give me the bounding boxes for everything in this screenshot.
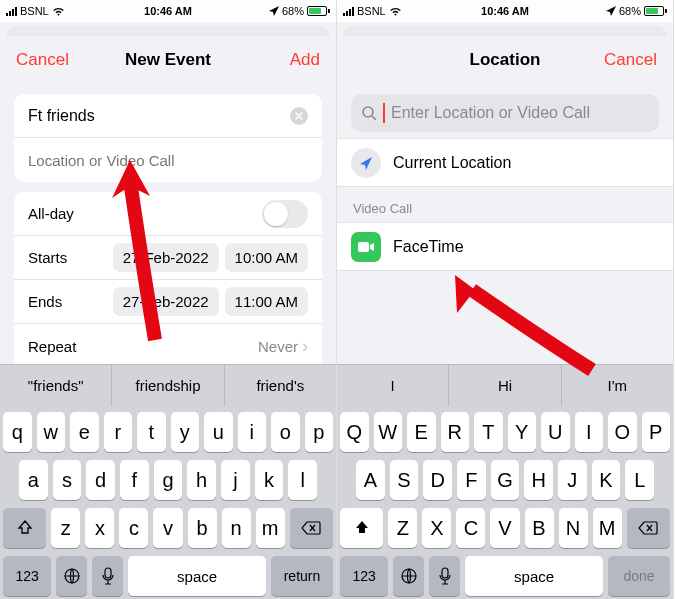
key-a[interactable]: A bbox=[356, 460, 385, 500]
key-w[interactable]: W bbox=[374, 412, 403, 452]
sheet-header: Cancel New Event Add bbox=[0, 36, 336, 84]
key-z[interactable]: Z bbox=[388, 508, 417, 548]
add-button[interactable]: Add bbox=[260, 50, 320, 70]
space-key[interactable]: space bbox=[128, 556, 266, 596]
key-b[interactable]: b bbox=[188, 508, 217, 548]
key-q[interactable]: Q bbox=[340, 412, 369, 452]
key-u[interactable]: u bbox=[204, 412, 233, 452]
battery-pct: 68% bbox=[619, 5, 641, 17]
suggestion-1[interactable]: "friends" bbox=[0, 365, 112, 406]
key-k[interactable]: K bbox=[592, 460, 621, 500]
key-y[interactable]: y bbox=[171, 412, 200, 452]
key-a[interactable]: a bbox=[19, 460, 48, 500]
key-v[interactable]: V bbox=[490, 508, 519, 548]
key-p[interactable]: p bbox=[305, 412, 334, 452]
key-g[interactable]: G bbox=[491, 460, 520, 500]
key-u[interactable]: U bbox=[541, 412, 570, 452]
key-q[interactable]: q bbox=[3, 412, 32, 452]
key-s[interactable]: s bbox=[53, 460, 82, 500]
backspace-key[interactable] bbox=[627, 508, 670, 548]
key-m[interactable]: m bbox=[256, 508, 285, 548]
key-v[interactable]: v bbox=[153, 508, 182, 548]
key-k[interactable]: k bbox=[255, 460, 284, 500]
current-location-label: Current Location bbox=[393, 154, 511, 172]
key-b[interactable]: B bbox=[525, 508, 554, 548]
key-r[interactable]: r bbox=[104, 412, 133, 452]
cancel-button[interactable]: Cancel bbox=[16, 50, 76, 70]
mic-icon bbox=[439, 567, 451, 585]
svg-rect-1 bbox=[105, 568, 111, 578]
key-w[interactable]: w bbox=[37, 412, 66, 452]
mic-key[interactable] bbox=[429, 556, 460, 596]
backspace-icon bbox=[638, 521, 658, 535]
sheet-header: . Location Cancel bbox=[337, 36, 673, 84]
key-c[interactable]: C bbox=[456, 508, 485, 548]
key-l[interactable]: l bbox=[288, 460, 317, 500]
key-x[interactable]: X bbox=[422, 508, 451, 548]
text-caret bbox=[383, 103, 385, 123]
search-icon bbox=[361, 105, 377, 121]
key-e[interactable]: e bbox=[70, 412, 99, 452]
key-g[interactable]: g bbox=[154, 460, 183, 500]
key-x[interactable]: x bbox=[85, 508, 114, 548]
key-i[interactable]: I bbox=[575, 412, 604, 452]
ends-time-button[interactable]: 11:00 AM bbox=[225, 287, 308, 316]
starts-time-button[interactable]: 10:00 AM bbox=[225, 243, 308, 272]
123-key[interactable]: 123 bbox=[340, 556, 388, 596]
key-f[interactable]: F bbox=[457, 460, 486, 500]
key-s[interactable]: S bbox=[390, 460, 419, 500]
svg-point-2 bbox=[363, 107, 373, 117]
shift-key[interactable] bbox=[340, 508, 383, 548]
key-n[interactable]: N bbox=[559, 508, 588, 548]
key-c[interactable]: c bbox=[119, 508, 148, 548]
location-arrow-icon bbox=[269, 6, 279, 16]
key-j[interactable]: j bbox=[221, 460, 250, 500]
backspace-key[interactable] bbox=[290, 508, 333, 548]
suggestion-2[interactable]: friendship bbox=[112, 365, 224, 406]
facetime-label: FaceTime bbox=[393, 238, 464, 256]
key-d[interactable]: d bbox=[86, 460, 115, 500]
key-r[interactable]: R bbox=[441, 412, 470, 452]
key-p[interactable]: P bbox=[642, 412, 671, 452]
key-h[interactable]: H bbox=[524, 460, 553, 500]
key-y[interactable]: Y bbox=[508, 412, 537, 452]
carrier-label: BSNL bbox=[20, 5, 49, 17]
svg-rect-5 bbox=[442, 568, 448, 578]
cancel-button[interactable]: Cancel bbox=[597, 50, 657, 70]
key-f[interactable]: f bbox=[120, 460, 149, 500]
key-o[interactable]: o bbox=[271, 412, 300, 452]
return-key[interactable]: return bbox=[271, 556, 333, 596]
key-l[interactable]: L bbox=[625, 460, 654, 500]
shift-key[interactable] bbox=[3, 508, 46, 548]
mic-icon bbox=[102, 567, 114, 585]
key-t[interactable]: T bbox=[474, 412, 503, 452]
clear-title-button[interactable] bbox=[290, 107, 308, 125]
space-key[interactable]: space bbox=[465, 556, 603, 596]
123-key[interactable]: 123 bbox=[3, 556, 51, 596]
key-m[interactable]: M bbox=[593, 508, 622, 548]
current-location-row[interactable]: Current Location bbox=[337, 139, 673, 187]
key-t[interactable]: t bbox=[137, 412, 166, 452]
status-time: 10:46 AM bbox=[144, 5, 192, 17]
suggestion-3[interactable]: friend's bbox=[225, 365, 336, 406]
chevron-right-icon: › bbox=[302, 336, 308, 357]
key-d[interactable]: D bbox=[423, 460, 452, 500]
search-bar[interactable] bbox=[351, 94, 659, 132]
key-j[interactable]: J bbox=[558, 460, 587, 500]
globe-key[interactable] bbox=[56, 556, 87, 596]
key-z[interactable]: z bbox=[51, 508, 80, 548]
key-i[interactable]: i bbox=[238, 412, 267, 452]
done-key[interactable]: done bbox=[608, 556, 670, 596]
battery-pct: 68% bbox=[282, 5, 304, 17]
key-h[interactable]: h bbox=[187, 460, 216, 500]
event-title-input[interactable] bbox=[28, 107, 290, 125]
keyboard: QWERTYUIOP ASDFGHJKL ZXCVBNM 123 bbox=[337, 406, 673, 599]
key-e[interactable]: E bbox=[407, 412, 436, 452]
search-input[interactable] bbox=[391, 104, 649, 122]
key-o[interactable]: O bbox=[608, 412, 637, 452]
battery-icon bbox=[644, 6, 667, 16]
key-n[interactable]: n bbox=[222, 508, 251, 548]
globe-key[interactable] bbox=[393, 556, 424, 596]
allday-toggle[interactable] bbox=[262, 200, 308, 228]
mic-key[interactable] bbox=[92, 556, 123, 596]
